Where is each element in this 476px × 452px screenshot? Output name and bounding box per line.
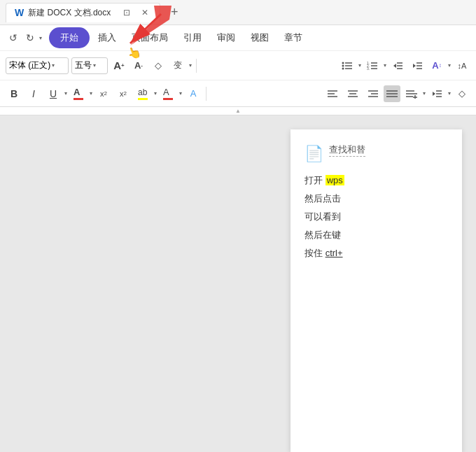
list-ol-btn[interactable]: 1.2.3. bbox=[364, 57, 381, 74]
tab-chapter[interactable]: 章节 bbox=[277, 27, 309, 48]
ctrl-text: ctrl+ bbox=[326, 248, 343, 258]
tab-reference[interactable]: 引用 bbox=[176, 27, 209, 48]
more-indent-arrow[interactable]: ▾ bbox=[448, 90, 451, 97]
font-family-arrow: ▾ bbox=[52, 62, 55, 69]
doc-icon-area: 📄 查找和替 bbox=[304, 143, 448, 163]
highlight-arrow[interactable]: ▾ bbox=[154, 90, 157, 97]
line-spacing-btn[interactable]: A↕ bbox=[428, 57, 445, 74]
main-area: 📄 查找和替 打开 wps 然后点击 可以看到 然后在键 按住 ctrl+ bbox=[0, 115, 476, 452]
underline-arrow[interactable]: ▾ bbox=[64, 90, 67, 97]
undo-dropdown-arrow[interactable]: ▾ bbox=[39, 35, 42, 41]
transform-btn[interactable]: 变 bbox=[169, 57, 186, 74]
svg-point-5 bbox=[342, 67, 344, 69]
font-shrink-btn[interactable]: A- bbox=[130, 57, 147, 74]
tab-close-btn[interactable]: ✕ bbox=[139, 6, 151, 19]
clear-format-btn[interactable]: ◇ bbox=[150, 57, 167, 74]
indent-dec-btn[interactable] bbox=[389, 57, 406, 74]
tab-start[interactable]: 开始 bbox=[49, 27, 90, 48]
redo-button[interactable]: ↻ bbox=[22, 30, 38, 45]
text-color2-btn[interactable]: A bbox=[185, 85, 202, 102]
highlight-btn[interactable]: ab bbox=[134, 85, 151, 102]
list-ol-arrow[interactable]: ▾ bbox=[384, 62, 386, 69]
doc-line-5: 按住 ctrl+ bbox=[304, 244, 448, 262]
clear-btn2[interactable]: ◇ bbox=[454, 85, 470, 102]
list-ul-btn[interactable] bbox=[339, 57, 356, 74]
font-grow-btn[interactable]: A+ bbox=[111, 57, 127, 74]
italic-button[interactable]: I bbox=[25, 85, 42, 102]
highlight-wps: wps bbox=[326, 175, 344, 185]
document-icon: 📄 bbox=[304, 145, 323, 163]
ribbon-collapse-handle[interactable]: ▲ bbox=[0, 107, 476, 115]
new-tab-button[interactable]: + bbox=[164, 3, 184, 22]
ribbon-toolbar-row: 宋体 (正文) ▾ 五号 ▾ A+ A- ◇ 变 ▾ ▾ 1.2.3. ▾ bbox=[0, 50, 476, 80]
tab-review[interactable]: 审阅 bbox=[210, 27, 242, 48]
ribbon: ↺ ↻ ▾ 开始 插入 页面布局 引用 审阅 视图 章节 宋体 (正文) ▾ 五… bbox=[0, 25, 476, 107]
font-family-selector[interactable]: 宋体 (正文) ▾ bbox=[6, 57, 69, 74]
align-justify-btn[interactable] bbox=[384, 85, 400, 102]
ribbon-tabs-row: ↺ ↻ ▾ 开始 插入 页面布局 引用 审阅 视图 章节 bbox=[0, 25, 476, 50]
tab-restore-btn[interactable]: ⊡ bbox=[120, 6, 133, 19]
tab-title: 新建 DOCX 文档.docx bbox=[28, 7, 111, 19]
document-area: 📄 查找和替 打开 wps 然后点击 可以看到 然后在键 按住 ctrl+ bbox=[290, 129, 462, 452]
font-color-arrow[interactable]: ▾ bbox=[90, 90, 92, 97]
text-color-arrow[interactable]: ▾ bbox=[179, 90, 182, 97]
list-ul-arrow[interactable]: ▾ bbox=[358, 62, 361, 69]
underline-button[interactable]: U bbox=[45, 85, 62, 102]
font-size-arrow: ▾ bbox=[93, 62, 96, 69]
ribbon-format-row: B I U ▾ A ▾ x2 x2 ab ▾ A ▾ A bbox=[0, 80, 476, 106]
indent-inc-btn[interactable] bbox=[409, 57, 426, 74]
font-size-selector[interactable]: 五号 ▾ bbox=[71, 57, 108, 74]
superscript-btn[interactable]: x2 bbox=[95, 85, 112, 102]
font-family-label: 宋体 (正文) bbox=[9, 59, 50, 71]
bold-button[interactable]: B bbox=[6, 85, 22, 102]
document-tab[interactable]: W 新建 DOCX 文档.docx ⊡ ✕ bbox=[6, 3, 160, 22]
doc-line-3: 可以看到 bbox=[304, 208, 448, 226]
more-align-arrow[interactable]: ▾ bbox=[423, 90, 426, 97]
more-indent-btn[interactable] bbox=[428, 85, 445, 102]
title-bar: W 新建 DOCX 文档.docx ⊡ ✕ + bbox=[0, 0, 476, 25]
subscript-btn[interactable]: x2 bbox=[115, 85, 132, 102]
align-left-btn[interactable] bbox=[325, 85, 342, 102]
wps-icon: W bbox=[15, 7, 24, 18]
align-right-btn[interactable] bbox=[364, 85, 381, 102]
undo-redo-group: ↺ ↻ ▾ bbox=[6, 30, 42, 45]
divider-1 bbox=[196, 59, 197, 73]
text-color-btn[interactable]: A bbox=[160, 85, 176, 102]
svg-marker-16 bbox=[413, 64, 416, 68]
doc-line-1: 打开 wps bbox=[304, 171, 448, 190]
font-color-btn[interactable]: A bbox=[70, 85, 87, 102]
left-panel bbox=[0, 115, 290, 452]
tab-view[interactable]: 视图 bbox=[244, 27, 276, 48]
doc-text: 打开 wps 然后点击 可以看到 然后在键 按住 ctrl+ bbox=[304, 171, 448, 262]
doc-line-2: 然后点击 bbox=[304, 190, 448, 208]
doc-line-4: 然后在键 bbox=[304, 226, 448, 244]
divider-format bbox=[206, 87, 206, 101]
paragraph-group: ▾ 1.2.3. ▾ A↕ ▾ ↕A bbox=[339, 57, 470, 74]
tab-controls: ⊡ ✕ bbox=[120, 6, 151, 19]
font-size-label: 五号 bbox=[75, 59, 92, 71]
tab-area: W 新建 DOCX 文档.docx ⊡ ✕ + bbox=[6, 3, 470, 22]
sort-btn[interactable]: ↕A bbox=[454, 57, 470, 74]
more-align-btn[interactable] bbox=[403, 85, 420, 102]
tab-insert[interactable]: 插入 bbox=[91, 27, 123, 48]
transform-arrow[interactable]: ▾ bbox=[189, 62, 192, 69]
alignment-group: ▾ ▾ ◇ bbox=[325, 85, 470, 102]
align-center-btn[interactable] bbox=[344, 85, 361, 102]
svg-point-4 bbox=[342, 64, 344, 66]
svg-marker-37 bbox=[433, 92, 435, 96]
svg-point-3 bbox=[342, 62, 344, 64]
svg-text:3.: 3. bbox=[367, 66, 370, 71]
find-replace-label: 查找和替 bbox=[329, 143, 365, 157]
undo-button[interactable]: ↺ bbox=[6, 30, 21, 45]
svg-marker-12 bbox=[393, 64, 396, 68]
tab-layout[interactable]: 页面布局 bbox=[125, 27, 175, 48]
line-spacing-arrow[interactable]: ▾ bbox=[448, 62, 451, 69]
